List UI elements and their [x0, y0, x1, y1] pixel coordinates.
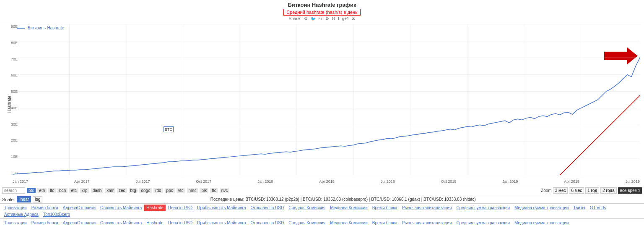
- share-reddit2-icon[interactable]: ⚙: [325, 16, 329, 21]
- tab-block-size[interactable]: Размер блока: [29, 205, 60, 211]
- svg-line-21: [560, 92, 640, 175]
- share-vk-icon[interactable]: вк: [318, 16, 322, 21]
- coin-etc[interactable]: etc: [69, 188, 78, 193]
- tab-active-addr[interactable]: Активные Адреса: [2, 211, 41, 218]
- share-google-icon[interactable]: G: [332, 16, 335, 21]
- tab-mining-difficulty[interactable]: Сложность Майнинга: [98, 205, 144, 211]
- zoom-1y[interactable]: 1 год: [585, 187, 599, 194]
- x-axis: Jan 2017 Apr 2017 Jul 2017 Oct 2017 Jan …: [13, 179, 640, 184]
- chart-area: Hashrate 90E 80E 70E 60E 50E 40E 30E 20E…: [0, 22, 644, 186]
- zoom-all[interactable]: все время: [618, 187, 642, 194]
- zoom-2y[interactable]: 2 года: [600, 187, 617, 194]
- tab2-hashrate[interactable]: Hashrate: [144, 220, 166, 226]
- tab2-mining-difficulty[interactable]: Сложность Майнинга: [98, 220, 144, 226]
- tab2-med-fee[interactable]: Медиана Комиссии: [328, 220, 370, 226]
- coin-dogc[interactable]: dogc: [139, 188, 152, 193]
- tab2-market-cap[interactable]: Рыночная капитализация: [400, 220, 454, 226]
- tab-top100[interactable]: Топ100хВсего: [41, 211, 72, 218]
- tab2-avg-tx[interactable]: Средняя сумма транзакции: [454, 220, 512, 226]
- subtitle-box: Средний hashrate (hash/s) в день: [283, 9, 361, 16]
- coin-btc[interactable]: btc: [27, 188, 36, 193]
- tab2-block-size[interactable]: Размер блока: [29, 220, 60, 226]
- zoom-6m[interactable]: 6 мес: [569, 187, 584, 194]
- coin-bch[interactable]: bch: [57, 188, 68, 193]
- tab-avg-tx[interactable]: Средняя сумма транзакции: [454, 205, 512, 211]
- bottom-controls: btc eth ltc bch etc xrp dash xmr zec btg…: [0, 186, 644, 195]
- scale-log[interactable]: log: [33, 196, 42, 202]
- tab-med-tx[interactable]: Медиана сумма транзакции: [512, 205, 571, 211]
- tab-mining-profit[interactable]: Прибыльность Майнинга: [195, 205, 248, 211]
- tab-price-usd[interactable]: Цена in USD: [166, 205, 195, 211]
- coin-nvc[interactable]: nvc: [220, 188, 230, 193]
- coin-ftc[interactable]: ftc: [210, 188, 218, 193]
- scale-label: Scale:: [2, 197, 15, 202]
- tab-tweets[interactable]: Твиты: [571, 205, 587, 211]
- coin-ltc[interactable]: ltc: [48, 188, 56, 193]
- scale-linear[interactable]: linear: [17, 196, 31, 202]
- share-facebook-icon[interactable]: f: [338, 16, 339, 21]
- tab-transactions[interactable]: Транзакции: [2, 205, 29, 211]
- tab-market-cap[interactable]: Рыночная капитализация: [400, 205, 454, 211]
- share-row: Share: ⚙ 🐦 вк ⚙ G f g+1 ✉: [0, 16, 644, 21]
- share-twitter-icon[interactable]: 🐦: [311, 16, 316, 21]
- nav-tabs-secondary: Транзакции Размер блока АдресаОтправки С…: [0, 218, 644, 226]
- tab-sent-usd[interactable]: Отослано in USD: [249, 205, 286, 211]
- tab2-price-usd[interactable]: Цена in USD: [166, 220, 195, 226]
- coin-nmc[interactable]: nmc: [187, 188, 198, 193]
- coin-vtc[interactable]: vtc: [177, 188, 185, 193]
- share-email-icon[interactable]: ✉: [352, 16, 355, 21]
- tab2-avg-fee[interactable]: Средняя Комиссия: [286, 220, 327, 226]
- tab-avg-fee[interactable]: Средняя Комиссия: [286, 205, 327, 211]
- coin-ppc[interactable]: ppc: [165, 188, 175, 193]
- zoom-3m[interactable]: 3 мес: [553, 187, 568, 194]
- tab-block-time[interactable]: Время блока: [370, 205, 400, 211]
- coin-xmr[interactable]: xmr: [105, 188, 115, 193]
- zoom-area: Zoom 3 мес 6 мес 1 год 2 года все время: [541, 187, 642, 194]
- tab2-med-tx[interactable]: Медиана сумма транзакции: [512, 220, 571, 226]
- prices-display: Последние цены: BTC/USD: 10368.12 (p2p2b…: [44, 197, 642, 202]
- coin-zec[interactable]: zec: [117, 188, 127, 193]
- share-gplus-icon[interactable]: g+1: [342, 16, 349, 21]
- share-reddit-icon[interactable]: ⚙: [304, 16, 308, 21]
- coin-blk[interactable]: blk: [200, 188, 208, 193]
- tab2-addresses[interactable]: АдресаОтправки: [61, 220, 98, 226]
- tab2-mining-profit[interactable]: Прибыльность Майнинга: [195, 220, 248, 226]
- nav-tabs-main: Транзакции Размер блока АдресаОтправки С…: [0, 203, 644, 218]
- tab2-sent-usd[interactable]: Отослано in USD: [249, 220, 286, 226]
- tab2-transactions[interactable]: Транзакции: [2, 220, 29, 226]
- coin-btg[interactable]: btg: [129, 188, 138, 193]
- tab-gtrends[interactable]: GTrends: [588, 205, 608, 211]
- tab-addresses[interactable]: АдресаОтправки: [61, 205, 98, 211]
- tab-med-fee[interactable]: Медиана Комиссии: [328, 205, 370, 211]
- coin-xrp[interactable]: xrp: [80, 188, 89, 193]
- search-input[interactable]: [2, 187, 25, 194]
- zoom-label: Zoom: [541, 188, 552, 193]
- chart-svg: [13, 24, 640, 175]
- coin-rdd[interactable]: rdd: [153, 188, 163, 193]
- coin-eth[interactable]: eth: [37, 188, 47, 193]
- scale-prices-bar: Scale: linear log Последние цены: BTC/US…: [0, 195, 644, 203]
- coin-dash[interactable]: dash: [91, 188, 104, 193]
- tab2-block-time[interactable]: Время блока: [370, 220, 400, 226]
- tab-hashrate[interactable]: Hashrate: [144, 205, 166, 211]
- page-title: Биткоин Hashrate график Средний hashrate…: [0, 0, 644, 21]
